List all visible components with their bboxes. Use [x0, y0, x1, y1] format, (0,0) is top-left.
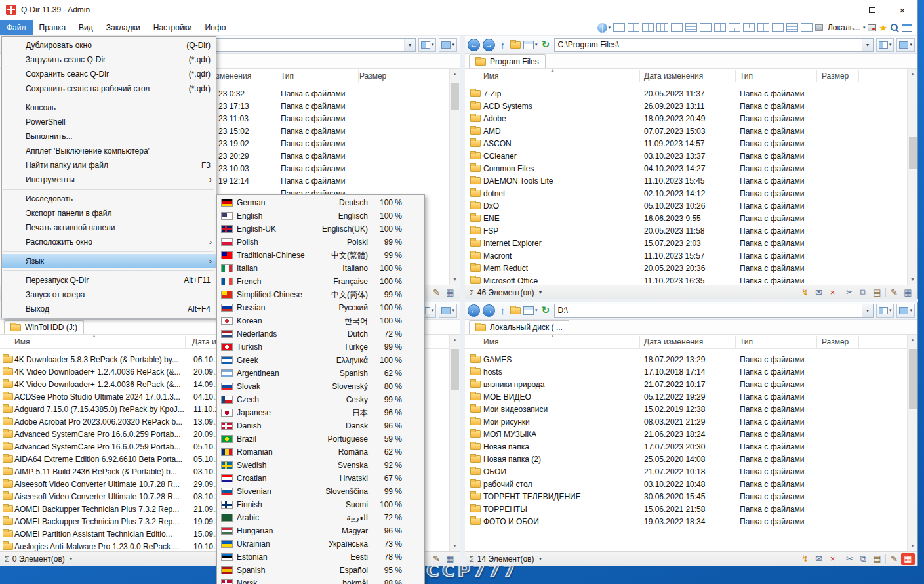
language-menu-item[interactable]: Traditional-Chinese中文(繁體)99 % — [217, 249, 424, 262]
column-divider[interactable] — [858, 336, 859, 348]
layout-quad-2-icon[interactable] — [757, 23, 769, 32]
menubar-item-Вид[interactable]: Вид — [72, 20, 100, 35]
desktop-window-icon[interactable] — [902, 24, 912, 32]
close-button[interactable]: × — [887, 0, 917, 20]
language-menu-item[interactable]: SlovakSlovenský80 % — [217, 380, 424, 393]
status-grid-icon[interactable]: ▦ — [901, 287, 915, 299]
menubar-item-Закладки[interactable]: Закладки — [100, 20, 147, 35]
layout-two-cols-icon[interactable] — [642, 23, 654, 32]
language-menu-item[interactable]: RussianРусский100 % — [217, 301, 424, 314]
scroll-thumb[interactable] — [909, 349, 917, 409]
file-row[interactable]: dotnet02.10.2023 14:12Папка с файлами — [465, 187, 907, 199]
combo-dropdown-icon[interactable]: ▾ — [862, 39, 873, 51]
status-edit-icon[interactable]: ✎ — [430, 287, 443, 299]
column-divider[interactable] — [358, 70, 359, 82]
status-cut-icon[interactable]: ✂ — [843, 287, 856, 299]
up-button[interactable]: ↑ — [498, 39, 508, 51]
panel-layout-button-1[interactable]: ▾ — [876, 38, 894, 52]
file-menu-item[interactable]: Апплет 'Выключение компьютера' — [2, 144, 216, 158]
file-row[interactable]: Microsoft Office11.10.2023 16:35Папка с … — [465, 274, 907, 285]
file-row[interactable]: hosts17.10.2018 17:14Папка с файлами — [465, 365, 907, 378]
file-row[interactable]: ОБОИ21.07.2022 10:18Папка с файлами — [465, 465, 907, 478]
maximize-button[interactable] — [857, 0, 887, 20]
language-menu-item[interactable]: EstonianEesti78 % — [217, 551, 424, 564]
language-menu-item[interactable]: CroatianHrvatski67 % — [217, 472, 424, 485]
language-menu-item[interactable]: DanishDansk96 % — [217, 419, 424, 432]
status-grid-icon[interactable]: ▦ — [443, 287, 457, 299]
magnifier-icon[interactable] — [890, 23, 899, 32]
menubar-item-Инфо[interactable]: Инфо — [199, 20, 233, 35]
panel-layout-button-2[interactable]: ▾ — [439, 38, 457, 52]
locale-dropdown[interactable]: Локаль...▾ — [826, 23, 866, 32]
scroll-thumb[interactable] — [451, 349, 459, 390]
language-menu-item[interactable]: Simplified-Chinese中文(简体)99 % — [217, 288, 424, 301]
layout-two-rows-icon[interactable] — [671, 23, 683, 32]
language-menu-item[interactable]: English-UKEnglisch(UK)100 % — [217, 222, 424, 236]
status-cut-icon[interactable]: ✂ — [843, 553, 856, 565]
device-eject-icon[interactable] — [868, 24, 876, 31]
address-combobox[interactable]: C:\Program Files\▾ — [554, 38, 874, 52]
language-menu-item[interactable]: ArgentineanSpanish62 % — [217, 367, 424, 380]
status-edit-icon[interactable]: ✎ — [430, 553, 443, 565]
scroll-down-icon[interactable]: ▼ — [908, 541, 917, 551]
layout-left-main-icon[interactable] — [700, 23, 712, 32]
vertical-scrollbar[interactable]: ▲▼ — [449, 335, 460, 551]
scroll-thumb[interactable] — [909, 137, 917, 169]
layout-bottom-main-icon[interactable] — [743, 23, 755, 32]
file-row[interactable]: МОЯ МУЗЫКА21.06.2023 18:24Папка с файлам… — [465, 428, 907, 440]
file-row[interactable]: рабочий стол03.10.2022 10:48Папка с файл… — [465, 478, 907, 490]
scroll-down-icon[interactable]: ▼ — [450, 541, 460, 551]
status-grid-icon[interactable]: ▦ — [901, 553, 915, 565]
scroll-up-icon[interactable]: ▲ — [908, 69, 917, 79]
column-header[interactable]: Размер — [822, 337, 849, 346]
file-row[interactable]: ENE16.06.2023 9:55Папка с файлами — [465, 212, 907, 224]
globe-icon[interactable]: ▾ — [597, 23, 611, 33]
panel-layout-button-2[interactable]: ▾ — [439, 304, 457, 318]
file-menu-item[interactable]: Расположить окно› — [2, 235, 216, 249]
address-combobox[interactable]: D:\▾ — [554, 304, 874, 318]
column-header[interactable]: Тип — [281, 72, 294, 81]
status-paste-icon[interactable]: ▤ — [870, 287, 884, 299]
column-divider[interactable] — [816, 336, 817, 348]
column-divider[interactable] — [639, 336, 640, 348]
menubar-item-Файл[interactable]: Файл — [0, 20, 33, 35]
views-button[interactable]: ▾ — [523, 306, 538, 315]
status-paste-icon[interactable]: ▤ — [870, 553, 884, 565]
layout-three-rows-icon[interactable] — [685, 23, 697, 32]
scroll-up-icon[interactable]: ▲ — [450, 69, 460, 79]
file-row[interactable]: ASCON11.09.2023 14:57Папка с файлами — [465, 137, 907, 150]
panel-layout-button-1[interactable]: ▾ — [876, 304, 894, 318]
file-row[interactable]: вязники природа21.07.2022 10:17Папка с ф… — [465, 378, 907, 390]
language-menu-item[interactable]: Japanese日本96 % — [217, 406, 424, 419]
file-row[interactable]: DAEMON Tools Lite11.10.2023 15:45Папка с… — [465, 175, 907, 187]
file-row[interactable]: GAMES18.07.2022 13:29Папка с файлами — [465, 353, 907, 365]
column-header[interactable]: Дата изменения — [644, 337, 703, 346]
file-row[interactable]: Adobe18.09.2023 20:49Папка с файлами — [465, 112, 907, 125]
column-header[interactable]: Тип — [740, 72, 753, 81]
language-menu-item[interactable]: TurkishTürkçe99 % — [217, 341, 424, 354]
layout-right-main-icon[interactable] — [714, 23, 726, 32]
status-mail-icon[interactable]: ✉ — [812, 553, 826, 565]
file-row[interactable]: ТОРРЕНТ ТЕЛЕВИДЕНИЕ30.06.2020 15:45Папка… — [465, 490, 907, 503]
column-divider[interactable] — [639, 70, 640, 82]
language-menu-item[interactable]: SwedishSvenska92 % — [217, 459, 424, 472]
file-menu-item[interactable]: Запуск от юзера — [2, 287, 216, 302]
layout-split-icon[interactable] — [801, 23, 813, 32]
column-header[interactable]: Дата изменения — [644, 72, 703, 81]
file-row[interactable]: Новая папка (2)25.05.2020 14:08Папка с ф… — [465, 453, 907, 465]
file-menu-item[interactable]: Консоль — [2, 100, 216, 115]
file-row[interactable]: 7-Zip20.05.2023 11:37Папка с файлами — [465, 87, 907, 100]
language-menu-item[interactable]: Korean한국어100 % — [217, 314, 424, 327]
language-menu-item[interactable]: RomanianRomână62 % — [217, 446, 424, 459]
file-row[interactable]: ACD Systems26.09.2023 13:11Папка с файла… — [465, 100, 907, 112]
file-row[interactable]: CCleaner03.10.2023 13:37Папка с файлами — [465, 150, 907, 162]
scroll-thumb[interactable] — [451, 83, 459, 110]
language-menu-item[interactable]: GreekΕλληνικά100 % — [217, 354, 424, 367]
folder-shortcut-button[interactable] — [510, 41, 521, 49]
file-row[interactable]: Internet Explorer15.07.2023 2:03Папка с … — [465, 237, 907, 249]
layout-cols-4-icon[interactable] — [772, 23, 784, 32]
layout-three-cols-icon[interactable] — [656, 23, 668, 32]
back-button[interactable]: ← — [468, 39, 480, 51]
column-divider[interactable] — [185, 336, 186, 348]
language-menu-item[interactable]: BrazilPortuguese59 % — [217, 432, 424, 446]
